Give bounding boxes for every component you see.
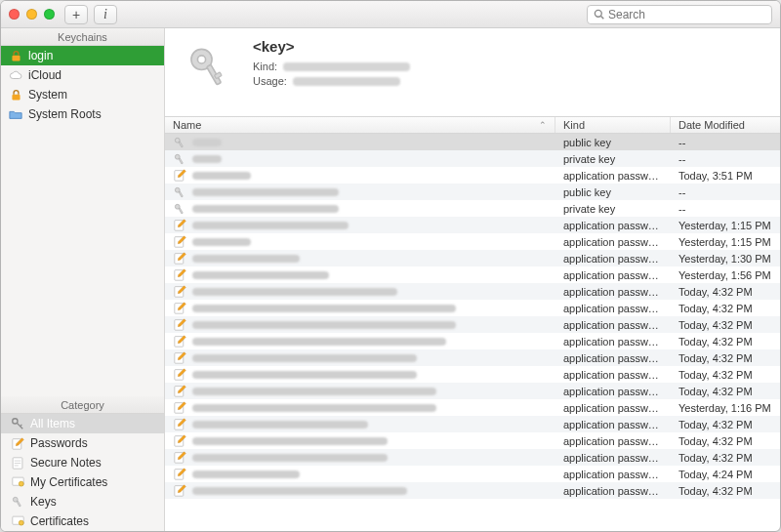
add-button[interactable]: + (64, 5, 88, 24)
row-name-redacted (192, 321, 456, 329)
table-row[interactable]: application passwordToday, 4:32 PM (165, 316, 780, 333)
plus-icon: + (72, 7, 80, 22)
close-window-button[interactable] (9, 9, 20, 20)
row-kind: application password (555, 336, 671, 348)
row-kind: application password (555, 402, 671, 414)
row-name-redacted (192, 437, 388, 445)
row-name-redacted (192, 471, 300, 478)
keychain-item-icloud[interactable]: iCloud (1, 65, 164, 85)
table-row[interactable]: application passwordToday, 4:32 PM (165, 300, 780, 316)
column-header-date[interactable]: Date Modified (671, 117, 780, 133)
table-row[interactable]: application passwordToday, 4:32 PM (165, 449, 780, 466)
table-row[interactable]: public key-- (165, 134, 780, 150)
row-kind: application password (555, 319, 671, 331)
row-date: -- (671, 137, 780, 148)
table-row[interactable]: application passwordYesterday, 1:16 PM (165, 399, 780, 416)
zoom-window-button[interactable] (44, 9, 55, 20)
row-name-redacted (192, 271, 329, 279)
table-row[interactable]: application passwordToday, 4:32 PM (165, 432, 780, 449)
svg-point-19 (197, 56, 205, 63)
table-row[interactable]: private key-- (165, 150, 780, 167)
row-date: Today, 4:32 PM (671, 419, 780, 430)
table-row[interactable]: application passwordYesterday, 1:56 PM (165, 266, 780, 283)
sidebar-item-label: login (28, 49, 53, 62)
cloud-icon (9, 68, 22, 82)
category-item-secure-notes[interactable]: Secure Notes (1, 453, 164, 472)
row-date: Today, 4:32 PM (671, 352, 780, 364)
category-item-certificates[interactable]: Certificates (1, 512, 164, 531)
table-row[interactable]: application passwordToday, 4:32 PM (165, 333, 780, 349)
minimize-window-button[interactable] (26, 9, 37, 20)
category-item-all-items[interactable]: All Items (1, 414, 164, 433)
row-kind: application password (555, 253, 671, 265)
table-row[interactable]: public key-- (165, 184, 780, 200)
table-row[interactable]: application passwordToday, 4:24 PM (165, 466, 780, 482)
row-date: Yesterday, 1:15 PM (671, 220, 780, 231)
key-icon (173, 136, 186, 149)
category-header: Category (1, 396, 164, 414)
pencil-icon (173, 351, 186, 365)
row-date: -- (671, 153, 780, 165)
cert-icon (11, 514, 24, 528)
svg-rect-3 (12, 94, 20, 100)
table-body[interactable]: public key--private key--application pas… (165, 134, 780, 531)
category-item-keys[interactable]: Keys (1, 492, 164, 512)
keychain-item-system[interactable]: System (1, 85, 164, 104)
search-field[interactable] (587, 5, 772, 24)
row-kind: private key (555, 153, 671, 165)
svg-point-0 (595, 10, 601, 17)
row-date: Today, 4:32 PM (671, 485, 780, 497)
row-date: Today, 4:32 PM (671, 303, 780, 314)
table-row[interactable]: application passwordToday, 4:32 PM (165, 366, 780, 383)
row-name-redacted (192, 388, 436, 395)
search-icon (594, 9, 604, 20)
row-date: Yesterday, 1:16 PM (671, 402, 780, 414)
row-date: Today, 4:32 PM (671, 386, 780, 397)
table-row[interactable]: application passwordToday, 4:32 PM (165, 482, 780, 499)
keychain-item-system-roots[interactable]: System Roots (1, 104, 164, 124)
pencil-icon (173, 418, 186, 431)
item-preview: <key> Kind: Usage: (165, 28, 780, 116)
table-row[interactable]: application passwordToday, 3:51 PM (165, 167, 780, 184)
row-kind: public key (555, 186, 671, 198)
row-name-redacted (192, 188, 339, 196)
table-row[interactable]: application passwordToday, 4:32 PM (165, 416, 780, 432)
table-row[interactable]: application passwordYesterday, 1:15 PM (165, 233, 780, 250)
table-row[interactable]: application passwordToday, 4:32 PM (165, 349, 780, 366)
row-name-redacted (192, 421, 368, 429)
column-header-kind[interactable]: Kind (555, 117, 671, 133)
pencil-icon (173, 468, 186, 481)
row-kind: application password (555, 170, 671, 182)
pencil-icon (173, 235, 186, 249)
table-row[interactable]: application passwordYesterday, 1:15 PM (165, 217, 780, 233)
table-row[interactable]: application passwordToday, 4:32 PM (165, 283, 780, 300)
sidebar-item-label: Secure Notes (30, 456, 102, 470)
row-name-redacted (192, 288, 397, 296)
table-row[interactable]: application passwordYesterday, 1:30 PM (165, 250, 780, 266)
pencil-icon (173, 169, 186, 183)
row-kind: application password (555, 286, 671, 298)
key-icon (173, 152, 186, 166)
svg-line-6 (21, 425, 22, 427)
sidebar-item-label: Certificates (30, 514, 89, 528)
keychains-header: Keychains (1, 28, 164, 46)
info-button[interactable]: i (94, 5, 117, 24)
category-item-my-certificates[interactable]: My Certificates (1, 472, 164, 492)
row-kind: application password (555, 220, 671, 231)
column-kind-label: Kind (563, 119, 585, 131)
folder-icon (9, 107, 22, 121)
lock-orange-icon (9, 88, 22, 102)
search-input[interactable] (608, 8, 765, 21)
row-kind: application password (555, 386, 671, 397)
row-name-redacted (192, 155, 222, 163)
category-item-passwords[interactable]: Passwords (1, 433, 164, 453)
sidebar-item-label: System Roots (28, 107, 102, 121)
column-header-name[interactable]: Name⌃ (165, 117, 555, 133)
keychain-item-login[interactable]: login (1, 46, 164, 65)
row-date: -- (671, 186, 780, 198)
sidebar-item-label: All Items (30, 417, 75, 430)
row-kind: application password (555, 352, 671, 364)
pencil-icon (173, 335, 186, 348)
table-row[interactable]: private key-- (165, 200, 780, 217)
table-row[interactable]: application passwordToday, 4:32 PM (165, 383, 780, 399)
